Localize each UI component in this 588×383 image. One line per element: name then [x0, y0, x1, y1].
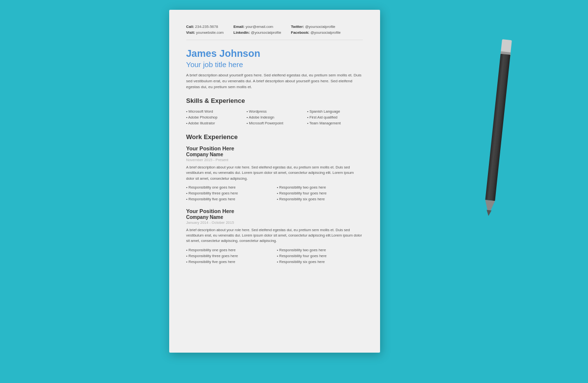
- responsibility-item: Responsibility three goes here: [186, 191, 272, 195]
- responsibility-item: Responsibility one goes here: [186, 248, 272, 252]
- position-title: Your Position Here: [186, 145, 363, 151]
- responsibilities-grid: Responsibility one goes hereResponsibili…: [186, 185, 363, 201]
- call-value: 234-235-5678: [195, 24, 218, 29]
- skill-item: Adobe Photoshop: [186, 115, 242, 120]
- responsibility-item: Responsibility six goes here: [277, 197, 363, 201]
- linkedin-info: LinkedIn: @yoursocialprofile: [233, 30, 281, 35]
- visit-info: Visit: yourwebsite.com: [186, 30, 224, 35]
- visit-value: yourwebsite.com: [196, 30, 224, 35]
- twitter-value: @yoursocialprofile: [305, 24, 335, 29]
- contact-col-1: Call: 234-235-5678 Visit: yourwebsite.co…: [186, 24, 224, 35]
- pencil-tip-dark: [486, 210, 491, 216]
- skill-item: First Aid qualified: [307, 115, 362, 120]
- facebook-info: Facebook: @yoursocialprofile: [291, 30, 340, 35]
- skills-section-title: Skills & Experience: [186, 97, 363, 104]
- facebook-label: Facebook:: [291, 30, 309, 35]
- responsibility-item: Responsibility three goes here: [186, 254, 272, 258]
- date-range: November 2015 - Present: [186, 158, 363, 162]
- twitter-label: Twitter:: [291, 24, 304, 29]
- resume-paper: Call: 234-235-5678 Visit: yourwebsite.co…: [169, 10, 380, 353]
- responsibility-item: Responsibility five goes here: [186, 197, 272, 201]
- call-label: Call:: [186, 24, 194, 29]
- company-name: Company Name: [186, 152, 363, 157]
- linkedin-value: @yoursocialprofile: [251, 30, 281, 35]
- responsibilities-grid: Responsibility one goes hereResponsibili…: [186, 248, 363, 264]
- contact-bar: Call: 234-235-5678 Visit: yourwebsite.co…: [186, 24, 363, 40]
- facebook-value: @yoursocialprofile: [310, 30, 341, 35]
- pencil-body: [485, 54, 510, 201]
- position-title: Your Position Here: [186, 208, 363, 214]
- date-range: January 2014 - October 2015: [186, 220, 363, 225]
- job-1: Your Position HereCompany NameNovember 2…: [186, 145, 363, 201]
- skill-item: Microsoft Word: [186, 109, 242, 114]
- skill-item: Adobe Illustrator: [186, 121, 242, 125]
- job-description: A brief description about your role here…: [186, 165, 363, 181]
- responsibility-item: Responsibility four goes here: [277, 254, 363, 258]
- pencil-decoration: [480, 39, 514, 225]
- company-name: Company Name: [186, 215, 363, 220]
- responsibility-item: Responsibility two goes here: [277, 185, 363, 190]
- candidate-name: James Johnson: [186, 48, 363, 59]
- responsibility-item: Responsibility one goes here: [186, 185, 272, 190]
- responsibility-item: Responsibility five goes here: [186, 260, 272, 264]
- call-info: Call: 234-235-5678: [186, 24, 224, 29]
- email-value: your@email.com: [246, 24, 273, 29]
- skill-item: Adobe Indesign: [247, 115, 302, 120]
- responsibility-item: Responsibility two goes here: [277, 248, 363, 252]
- responsibility-item: Responsibility six goes here: [277, 260, 363, 264]
- skill-item: Microsoft Powerpoint: [247, 121, 302, 125]
- name-title-section: James Johnson Your job title here: [186, 48, 363, 69]
- job-2: Your Position HereCompany NameJanuary 20…: [186, 208, 363, 264]
- brief-description: A brief description about yourself goes …: [186, 72, 363, 90]
- visit-label: Visit:: [186, 30, 195, 35]
- email-info: Email: your@email.com: [233, 24, 281, 29]
- email-label: Email:: [233, 24, 245, 29]
- skill-item: Wordpress: [247, 109, 302, 114]
- skill-item: Spanish Language: [307, 109, 362, 114]
- pencil: [480, 39, 514, 225]
- contact-col-3: Twitter: @yoursocialprofile Facebook: @y…: [291, 24, 340, 35]
- responsibility-item: Responsibility four goes here: [277, 191, 363, 195]
- skill-item: Team Management: [307, 121, 362, 125]
- jobs-container: Your Position HereCompany NameNovember 2…: [186, 145, 363, 264]
- work-experience-title: Work Experience: [186, 133, 363, 141]
- linkedin-label: LinkedIn:: [233, 30, 250, 35]
- page-wrapper: Call: 234-235-5678 Visit: yourwebsite.co…: [0, 0, 588, 383]
- twitter-info: Twitter: @yoursocialprofile: [291, 24, 340, 29]
- job-title: Your job title here: [186, 60, 363, 69]
- skills-grid: Microsoft WordWordpressSpanish LanguageA…: [186, 109, 363, 125]
- contact-col-2: Email: your@email.com LinkedIn: @yoursoc…: [233, 24, 281, 35]
- job-description: A brief description about your role here…: [186, 227, 363, 244]
